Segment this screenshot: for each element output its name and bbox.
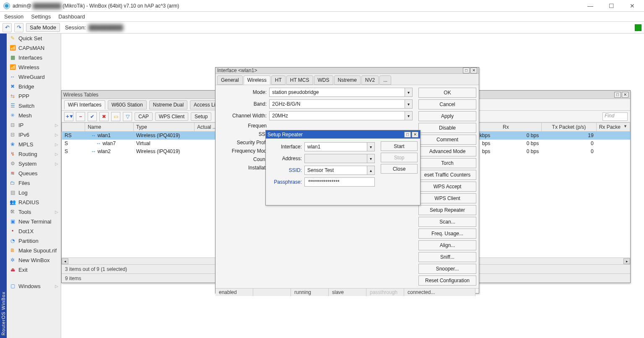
sidebar-item[interactable]: ▣New Terminal xyxy=(7,217,61,226)
sidebar-item[interactable]: ⇆PPP xyxy=(7,91,61,101)
stop-button[interactable]: Stop xyxy=(381,153,418,162)
dropdown-icon[interactable]: ▾ xyxy=(405,111,413,120)
action-button[interactable]: Snooper... xyxy=(418,264,476,274)
redo-button[interactable]: ↷ xyxy=(14,23,23,32)
action-button[interactable]: Comment xyxy=(418,135,476,145)
menu-dashboard[interactable]: Dashboard xyxy=(58,13,85,20)
window-restore-icon[interactable]: □ xyxy=(404,132,411,138)
undo-button[interactable]: ↶ xyxy=(3,23,12,32)
menu-settings[interactable]: Settings xyxy=(31,13,51,20)
add-button[interactable]: ＋▾ xyxy=(64,112,73,121)
action-button[interactable]: Cancel xyxy=(418,99,476,109)
sidebar-item[interactable]: ▢Windows▷ xyxy=(7,281,61,291)
sidebar-item[interactable]: 📶CAPsMAN xyxy=(7,43,61,53)
sidebar-item[interactable]: ⏏Exit xyxy=(7,265,61,275)
comment-button[interactable]: ▭ xyxy=(111,112,120,121)
start-button[interactable]: Start xyxy=(381,141,418,151)
remove-button[interactable]: − xyxy=(76,112,85,121)
col-tx-packet[interactable]: Tx Packet (p/s) xyxy=(542,123,596,132)
interface-tab[interactable]: Wireless xyxy=(244,75,270,85)
disable-button[interactable]: ✖ xyxy=(99,112,109,121)
tab-nstreme-dual[interactable]: Nstreme Dual xyxy=(149,100,187,109)
window-restore-icon[interactable]: □ xyxy=(614,92,621,98)
form-field[interactable]: 2GHz-B/G/N xyxy=(269,99,405,109)
setup-button[interactable]: Setup xyxy=(191,112,211,121)
action-button[interactable]: WPS Accept xyxy=(418,182,476,192)
action-button[interactable]: Scan... xyxy=(418,217,476,227)
sidebar-item[interactable]: ↔WireGuard xyxy=(7,72,61,82)
tab-wifi-interfaces[interactable]: WiFi Interfaces xyxy=(64,100,105,109)
ssid-field[interactable]: Sensor Test xyxy=(304,166,367,175)
collapse-up-icon[interactable]: ▴ xyxy=(367,166,375,175)
sidebar-item[interactable]: ◔Partition xyxy=(7,236,61,246)
window-restore-icon[interactable]: □ xyxy=(463,68,470,73)
passphrase-input[interactable] xyxy=(307,179,372,185)
col-rx-packet[interactable]: Rx Packe▼ xyxy=(596,123,630,132)
window-close-icon[interactable]: ✕ xyxy=(470,68,477,73)
sidebar-item[interactable]: ❀MPLS▷ xyxy=(7,140,61,149)
scroll-left-icon[interactable]: ◂ xyxy=(62,258,68,264)
filter-button[interactable]: ▽ xyxy=(123,112,132,121)
sidebar-item[interactable]: ⚙System▷ xyxy=(7,159,61,169)
sidebar-item[interactable]: ↯Routing▷ xyxy=(7,149,61,159)
interface-tab[interactable]: ... xyxy=(379,75,391,85)
action-button[interactable]: Align... xyxy=(418,240,476,250)
action-button[interactable]: eset Traffic Counters xyxy=(418,170,476,180)
safe-mode-button[interactable]: Safe Mode xyxy=(26,23,60,32)
action-button[interactable]: Reset Configuration xyxy=(418,276,476,286)
sidebar-item[interactable]: •Dot1X xyxy=(7,226,61,236)
action-button[interactable]: Sniff... xyxy=(418,252,476,262)
tab-w60g-station[interactable]: W60G Station xyxy=(108,100,147,109)
enable-button[interactable]: ✔ xyxy=(88,112,97,121)
minimize-button[interactable]: — xyxy=(582,0,599,12)
sidebar-item[interactable]: ✲New WinBox xyxy=(7,255,61,265)
wps-client-button[interactable]: WPS Client xyxy=(155,112,188,121)
close-button[interactable]: Close xyxy=(381,164,418,174)
sidebar-item[interactable]: 👥RADIUS xyxy=(7,198,61,207)
maximize-button[interactable]: ☐ xyxy=(603,0,620,12)
sidebar-item[interactable]: ⊟IP▷ xyxy=(7,120,61,130)
col-rx[interactable]: Rx xyxy=(470,123,542,132)
sidebar-item[interactable]: ✳Mesh xyxy=(7,111,61,120)
window-close-icon[interactable]: ✕ xyxy=(412,132,418,138)
form-field[interactable]: 20MHz xyxy=(269,111,405,120)
interface-field[interactable]: wlan1 xyxy=(304,142,367,151)
action-button[interactable]: Freq. Usage... xyxy=(418,229,476,239)
sidebar-item[interactable]: ⊟IPv6▷ xyxy=(7,130,61,140)
sidebar-item[interactable]: 🗀Files xyxy=(7,178,61,188)
action-button[interactable]: OK xyxy=(418,88,476,98)
sidebar-item[interactable]: 🗎Make Supout.rif xyxy=(7,246,61,255)
address-field[interactable] xyxy=(304,154,367,163)
sidebar-item[interactable]: ▤Log xyxy=(7,188,61,198)
menu-session[interactable]: Session xyxy=(4,13,23,20)
close-button[interactable]: ✕ xyxy=(624,0,641,12)
window-close-icon[interactable]: ✕ xyxy=(622,92,628,98)
dropdown-icon[interactable]: ▾ xyxy=(367,154,375,163)
interface-titlebar[interactable]: Interface <wlan1> □ ✕ xyxy=(216,68,479,74)
action-button[interactable]: Torch xyxy=(418,158,476,168)
sidebar-item[interactable]: ✎Quick Set xyxy=(7,34,61,43)
sidebar-item[interactable]: ☰Switch xyxy=(7,101,61,111)
interface-tab[interactable]: NV2 xyxy=(361,75,379,85)
form-field[interactable]: station pseudobridge xyxy=(269,88,405,97)
action-button[interactable]: Disable xyxy=(418,123,476,133)
col-name[interactable]: Name xyxy=(85,123,133,132)
dropdown-icon[interactable]: ▾ xyxy=(405,88,413,97)
action-button[interactable]: WPS Client xyxy=(418,193,476,203)
col-flags[interactable] xyxy=(62,123,85,132)
interface-tab[interactable]: HT xyxy=(271,75,286,85)
col-type[interactable]: Type xyxy=(133,123,195,132)
passphrase-field[interactable] xyxy=(304,177,375,187)
interface-tab[interactable]: Nstreme xyxy=(334,75,361,85)
sidebar-item[interactable]: ▦Interfaces xyxy=(7,53,61,62)
sidebar-item[interactable]: ≋Queues xyxy=(7,169,61,178)
find-input[interactable]: Find xyxy=(602,112,628,121)
dropdown-icon[interactable]: ▾ xyxy=(367,142,375,151)
interface-tab[interactable]: WDS xyxy=(314,75,333,85)
sidebar-item[interactable]: 🛠Tools▷ xyxy=(7,207,61,217)
interface-tab[interactable]: General xyxy=(217,75,243,85)
setup-repeater-titlebar[interactable]: Setup Repeater □ ✕ xyxy=(266,130,420,139)
dropdown-icon[interactable]: ▾ xyxy=(405,99,413,109)
sidebar-item[interactable]: ✖Bridge xyxy=(7,82,61,91)
scroll-right-icon[interactable]: ▸ xyxy=(623,258,630,264)
